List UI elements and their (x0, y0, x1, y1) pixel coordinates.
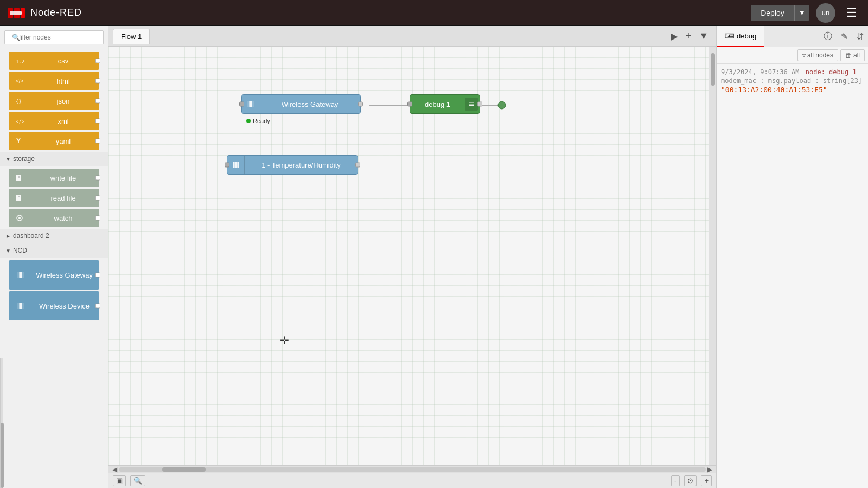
watch-label: watch (27, 214, 99, 222)
scroll-right-btn[interactable]: ▶ (706, 466, 714, 473)
debug-value: "00:13:A2:00:40:A1:53:E5" (721, 86, 864, 94)
canvas-vscroll-thumb[interactable] (711, 53, 715, 86)
gateway-status-dot (246, 119, 251, 123)
sidebar-item-yaml[interactable]: Y yaml (9, 132, 99, 150)
storage-section-header[interactable]: ▼ storage (0, 152, 108, 166)
gateway-status: Ready (246, 118, 270, 124)
canvas-vscroll[interactable] (709, 47, 716, 465)
debug-panel: 🁅 debug ⓘ ✎ ⇵ ▿ all nodes 🗑 all 9/3/2024… (716, 26, 868, 488)
json-port-right (95, 99, 100, 104)
deploy-dropdown-button[interactable]: ▼ (794, 5, 809, 21)
temp-node-label: 1 - Temperature/Humidity (245, 161, 358, 169)
sidebar-nodes: 1.2 csv </> html {} (0, 49, 108, 358)
debug-sort-btn[interactable]: ⇵ (852, 26, 868, 47)
sidebar-search-area: 🔍 (0, 26, 108, 49)
zoom-out-btn[interactable]: - (671, 475, 680, 486)
sidebar-item-csv[interactable]: 1.2 csv (9, 52, 99, 70)
xml-icon: </> (12, 112, 27, 130)
zoom-overview-btn[interactable]: ▣ (113, 475, 126, 486)
sidebar-item-watch[interactable]: watch (9, 209, 99, 227)
canvas-wireless-gateway-node[interactable]: Wireless Gateway Ready (241, 94, 361, 114)
debug-clear-label: all (853, 52, 860, 59)
sidebar-item-html[interactable]: </> html (9, 72, 99, 90)
debug1-list-btn[interactable] (465, 98, 478, 111)
tab-debug[interactable]: 🁅 debug (717, 26, 764, 47)
debug1-node-label: debug 1 (410, 100, 465, 108)
debug-key: modem_mac : msg.payload : string[23] (721, 77, 864, 85)
tab-run-button[interactable]: ▶ (667, 28, 681, 44)
read-file-icon (12, 189, 27, 207)
canvas-grid[interactable]: Wireless Gateway Ready debug 1 (108, 47, 709, 465)
tab-flow1-label: Flow 1 (121, 33, 142, 41)
svg-rect-27 (469, 102, 474, 103)
zoom-in-btn[interactable]: + (701, 475, 712, 486)
yaml-port-right (95, 139, 100, 144)
deploy-group: Deploy ▼ (751, 5, 809, 21)
json-label: json (27, 97, 99, 105)
sidebar-item-read-file[interactable]: read file (9, 189, 99, 207)
debug-clear-btn[interactable]: 🗑 all (840, 49, 865, 61)
svg-text:Y: Y (16, 137, 21, 145)
canvas-area: Flow 1 ▶ + ▼ (108, 26, 716, 488)
user-button[interactable]: un (816, 3, 835, 23)
scroll-left-btn[interactable]: ◀ (111, 466, 119, 473)
tab-flow1[interactable]: Flow 1 (113, 29, 150, 44)
debug-entry: 9/3/2024, 9:07:36 AM node: debug 1 modem… (721, 68, 864, 94)
dashboard2-collapse-icon: ► (5, 233, 11, 239)
app-title: Node-RED (30, 7, 82, 18)
gateway-port-left (239, 102, 244, 107)
sidebar-item-xml[interactable]: </> xml (9, 112, 99, 130)
svg-rect-16 (19, 272, 22, 278)
sidebar-item-write-file[interactable]: write file (9, 169, 99, 187)
dashboard2-section-header[interactable]: ► dashboard 2 (0, 229, 108, 243)
debug-tab-label: debug (737, 32, 756, 40)
tab-add-button[interactable]: + (682, 28, 695, 44)
watch-port-right (95, 216, 100, 221)
svg-rect-12 (16, 195, 21, 201)
wireless-gateway-sidebar-icon (12, 260, 29, 290)
zoom-reset-btn[interactable]: ⊙ (684, 475, 697, 486)
yaml-icon: Y (12, 132, 27, 150)
trash-icon: 🗑 (845, 52, 852, 59)
debug-panel-tools: ▿ all nodes 🗑 all (717, 47, 868, 64)
debug-filter-btn[interactable]: ▿ all nodes (797, 49, 838, 61)
search-input[interactable] (4, 30, 104, 44)
deploy-button[interactable]: Deploy (751, 5, 794, 21)
wireless-device-sidebar-label: Wireless Device (29, 302, 99, 310)
svg-rect-3 (10, 11, 22, 15)
logo-icon (7, 5, 26, 21)
debug-info-btn[interactable]: ⓘ (819, 26, 837, 47)
yaml-label: yaml (27, 137, 99, 145)
ncd-collapse-icon: ▼ (5, 248, 11, 254)
gateway-node-label: Wireless Gateway (259, 100, 360, 108)
wireless-device-sidebar-port (95, 304, 100, 309)
svg-rect-30 (234, 162, 237, 168)
svg-rect-28 (469, 104, 474, 105)
sidebar-vscroll[interactable] (0, 358, 3, 488)
tab-more-button[interactable]: ▼ (695, 28, 712, 44)
sidebar-item-wireless-gateway[interactable]: Wireless Gateway (9, 260, 99, 290)
canvas-svg (108, 47, 709, 465)
html-label: html (27, 77, 99, 85)
topbar: Node-RED Deploy ▼ un ☰ (0, 0, 868, 26)
write-file-icon (12, 169, 27, 187)
canvas-debug1-node[interactable]: debug 1 (410, 94, 480, 114)
ncd-section-header[interactable]: ▼ NCD (0, 243, 108, 258)
debug-edit-btn[interactable]: ✎ (837, 26, 852, 47)
zoom-search-btn[interactable]: 🔍 (130, 475, 145, 486)
scroll-thumb[interactable] (162, 467, 206, 472)
svg-text:1.2: 1.2 (16, 59, 24, 65)
canvas-temp-humidity-node[interactable]: 1 - Temperature/Humidity (227, 155, 358, 175)
sidebar-item-wireless-device[interactable]: Wireless Device (9, 291, 99, 320)
gateway-port-right (358, 102, 363, 107)
menu-button[interactable]: ☰ (842, 4, 861, 22)
canvas-tabs: Flow 1 ▶ + ▼ (108, 26, 716, 47)
watch-icon (12, 209, 27, 227)
canvas-hscroll[interactable]: ◀ ▶ (108, 465, 716, 473)
sidebar-item-json[interactable]: {} json (9, 92, 99, 110)
sidebar-vscroll-thumb[interactable] (1, 423, 4, 488)
debug-meta: 9/3/2024, 9:07:36 AM node: debug 1 (721, 68, 864, 76)
csv-icon: 1.2 (12, 52, 27, 70)
main-layout: 🔍 1.2 csv </> (0, 26, 868, 488)
canvas-footer: ▣ 🔍 - ⊙ + (108, 473, 716, 488)
